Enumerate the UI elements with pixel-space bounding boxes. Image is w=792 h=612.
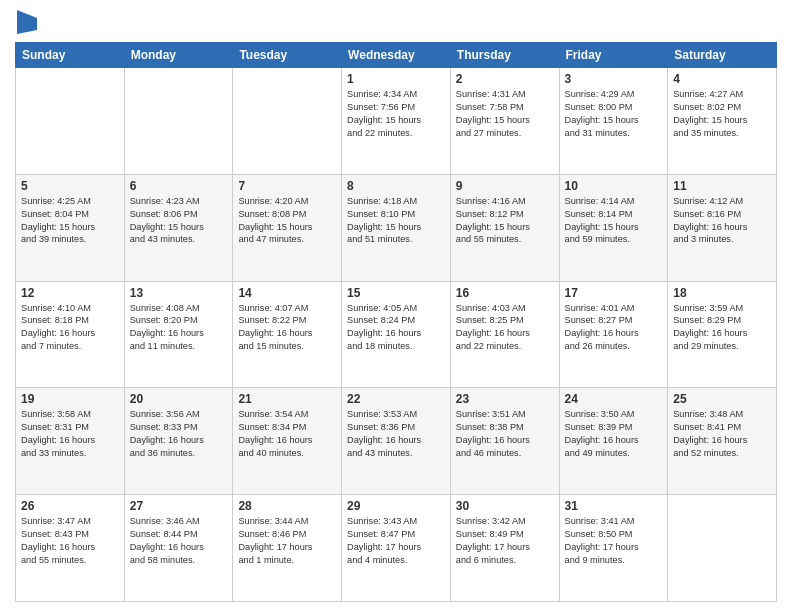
logo-icon — [17, 10, 37, 34]
day-header-thursday: Thursday — [450, 43, 559, 68]
day-number: 22 — [347, 392, 445, 406]
day-info: Sunrise: 3:46 AM Sunset: 8:44 PM Dayligh… — [130, 515, 228, 567]
day-number: 27 — [130, 499, 228, 513]
calendar-cell: 26Sunrise: 3:47 AM Sunset: 8:43 PM Dayli… — [16, 495, 125, 602]
calendar-cell: 12Sunrise: 4:10 AM Sunset: 8:18 PM Dayli… — [16, 281, 125, 388]
day-info: Sunrise: 4:16 AM Sunset: 8:12 PM Dayligh… — [456, 195, 554, 247]
day-info: Sunrise: 4:03 AM Sunset: 8:25 PM Dayligh… — [456, 302, 554, 354]
calendar-cell: 15Sunrise: 4:05 AM Sunset: 8:24 PM Dayli… — [342, 281, 451, 388]
day-number: 20 — [130, 392, 228, 406]
day-number: 24 — [565, 392, 663, 406]
day-info: Sunrise: 4:05 AM Sunset: 8:24 PM Dayligh… — [347, 302, 445, 354]
day-number: 30 — [456, 499, 554, 513]
calendar-cell: 17Sunrise: 4:01 AM Sunset: 8:27 PM Dayli… — [559, 281, 668, 388]
day-number: 17 — [565, 286, 663, 300]
calendar-cell: 20Sunrise: 3:56 AM Sunset: 8:33 PM Dayli… — [124, 388, 233, 495]
day-number: 14 — [238, 286, 336, 300]
day-header-wednesday: Wednesday — [342, 43, 451, 68]
day-number: 4 — [673, 72, 771, 86]
calendar-week-1: 1Sunrise: 4:34 AM Sunset: 7:56 PM Daylig… — [16, 68, 777, 175]
calendar-cell: 19Sunrise: 3:58 AM Sunset: 8:31 PM Dayli… — [16, 388, 125, 495]
day-info: Sunrise: 3:51 AM Sunset: 8:38 PM Dayligh… — [456, 408, 554, 460]
calendar-cell: 14Sunrise: 4:07 AM Sunset: 8:22 PM Dayli… — [233, 281, 342, 388]
calendar-cell: 5Sunrise: 4:25 AM Sunset: 8:04 PM Daylig… — [16, 174, 125, 281]
day-info: Sunrise: 3:42 AM Sunset: 8:49 PM Dayligh… — [456, 515, 554, 567]
day-number: 21 — [238, 392, 336, 406]
day-info: Sunrise: 4:08 AM Sunset: 8:20 PM Dayligh… — [130, 302, 228, 354]
day-info: Sunrise: 4:29 AM Sunset: 8:00 PM Dayligh… — [565, 88, 663, 140]
day-number: 9 — [456, 179, 554, 193]
day-info: Sunrise: 3:43 AM Sunset: 8:47 PM Dayligh… — [347, 515, 445, 567]
day-info: Sunrise: 4:31 AM Sunset: 7:58 PM Dayligh… — [456, 88, 554, 140]
day-header-tuesday: Tuesday — [233, 43, 342, 68]
calendar-cell — [16, 68, 125, 175]
day-info: Sunrise: 3:41 AM Sunset: 8:50 PM Dayligh… — [565, 515, 663, 567]
calendar-header-row: SundayMondayTuesdayWednesdayThursdayFrid… — [16, 43, 777, 68]
calendar-cell — [233, 68, 342, 175]
day-info: Sunrise: 4:34 AM Sunset: 7:56 PM Dayligh… — [347, 88, 445, 140]
calendar-cell: 28Sunrise: 3:44 AM Sunset: 8:46 PM Dayli… — [233, 495, 342, 602]
day-header-monday: Monday — [124, 43, 233, 68]
calendar-cell: 25Sunrise: 3:48 AM Sunset: 8:41 PM Dayli… — [668, 388, 777, 495]
day-info: Sunrise: 4:01 AM Sunset: 8:27 PM Dayligh… — [565, 302, 663, 354]
calendar-week-3: 12Sunrise: 4:10 AM Sunset: 8:18 PM Dayli… — [16, 281, 777, 388]
day-info: Sunrise: 3:56 AM Sunset: 8:33 PM Dayligh… — [130, 408, 228, 460]
day-info: Sunrise: 3:58 AM Sunset: 8:31 PM Dayligh… — [21, 408, 119, 460]
day-number: 16 — [456, 286, 554, 300]
calendar-cell: 1Sunrise: 4:34 AM Sunset: 7:56 PM Daylig… — [342, 68, 451, 175]
day-number: 18 — [673, 286, 771, 300]
day-info: Sunrise: 3:44 AM Sunset: 8:46 PM Dayligh… — [238, 515, 336, 567]
day-number: 23 — [456, 392, 554, 406]
calendar-cell — [668, 495, 777, 602]
day-number: 19 — [21, 392, 119, 406]
day-number: 26 — [21, 499, 119, 513]
day-number: 25 — [673, 392, 771, 406]
calendar-cell — [124, 68, 233, 175]
day-number: 28 — [238, 499, 336, 513]
calendar-cell: 11Sunrise: 4:12 AM Sunset: 8:16 PM Dayli… — [668, 174, 777, 281]
calendar-cell: 13Sunrise: 4:08 AM Sunset: 8:20 PM Dayli… — [124, 281, 233, 388]
day-number: 6 — [130, 179, 228, 193]
day-header-friday: Friday — [559, 43, 668, 68]
day-info: Sunrise: 4:14 AM Sunset: 8:14 PM Dayligh… — [565, 195, 663, 247]
calendar-cell: 8Sunrise: 4:18 AM Sunset: 8:10 PM Daylig… — [342, 174, 451, 281]
calendar-week-4: 19Sunrise: 3:58 AM Sunset: 8:31 PM Dayli… — [16, 388, 777, 495]
day-info: Sunrise: 4:27 AM Sunset: 8:02 PM Dayligh… — [673, 88, 771, 140]
svg-marker-0 — [17, 10, 37, 34]
calendar-table: SundayMondayTuesdayWednesdayThursdayFrid… — [15, 42, 777, 602]
day-header-saturday: Saturday — [668, 43, 777, 68]
day-info: Sunrise: 4:20 AM Sunset: 8:08 PM Dayligh… — [238, 195, 336, 247]
day-number: 2 — [456, 72, 554, 86]
day-number: 1 — [347, 72, 445, 86]
day-info: Sunrise: 4:10 AM Sunset: 8:18 PM Dayligh… — [21, 302, 119, 354]
calendar-cell: 18Sunrise: 3:59 AM Sunset: 8:29 PM Dayli… — [668, 281, 777, 388]
day-number: 8 — [347, 179, 445, 193]
day-number: 11 — [673, 179, 771, 193]
day-info: Sunrise: 3:48 AM Sunset: 8:41 PM Dayligh… — [673, 408, 771, 460]
day-number: 12 — [21, 286, 119, 300]
day-info: Sunrise: 4:18 AM Sunset: 8:10 PM Dayligh… — [347, 195, 445, 247]
calendar-week-5: 26Sunrise: 3:47 AM Sunset: 8:43 PM Dayli… — [16, 495, 777, 602]
logo — [15, 10, 37, 34]
calendar-cell: 30Sunrise: 3:42 AM Sunset: 8:49 PM Dayli… — [450, 495, 559, 602]
calendar-cell: 9Sunrise: 4:16 AM Sunset: 8:12 PM Daylig… — [450, 174, 559, 281]
calendar-cell: 23Sunrise: 3:51 AM Sunset: 8:38 PM Dayli… — [450, 388, 559, 495]
calendar-week-2: 5Sunrise: 4:25 AM Sunset: 8:04 PM Daylig… — [16, 174, 777, 281]
calendar-cell: 10Sunrise: 4:14 AM Sunset: 8:14 PM Dayli… — [559, 174, 668, 281]
calendar-cell: 3Sunrise: 4:29 AM Sunset: 8:00 PM Daylig… — [559, 68, 668, 175]
calendar-cell: 6Sunrise: 4:23 AM Sunset: 8:06 PM Daylig… — [124, 174, 233, 281]
day-info: Sunrise: 3:53 AM Sunset: 8:36 PM Dayligh… — [347, 408, 445, 460]
day-info: Sunrise: 4:12 AM Sunset: 8:16 PM Dayligh… — [673, 195, 771, 247]
header — [15, 10, 777, 34]
day-info: Sunrise: 3:59 AM Sunset: 8:29 PM Dayligh… — [673, 302, 771, 354]
day-number: 31 — [565, 499, 663, 513]
calendar-cell: 24Sunrise: 3:50 AM Sunset: 8:39 PM Dayli… — [559, 388, 668, 495]
day-number: 5 — [21, 179, 119, 193]
calendar-cell: 22Sunrise: 3:53 AM Sunset: 8:36 PM Dayli… — [342, 388, 451, 495]
day-number: 15 — [347, 286, 445, 300]
calendar-cell: 16Sunrise: 4:03 AM Sunset: 8:25 PM Dayli… — [450, 281, 559, 388]
day-number: 3 — [565, 72, 663, 86]
calendar-cell: 4Sunrise: 4:27 AM Sunset: 8:02 PM Daylig… — [668, 68, 777, 175]
calendar-cell: 2Sunrise: 4:31 AM Sunset: 7:58 PM Daylig… — [450, 68, 559, 175]
day-info: Sunrise: 3:50 AM Sunset: 8:39 PM Dayligh… — [565, 408, 663, 460]
